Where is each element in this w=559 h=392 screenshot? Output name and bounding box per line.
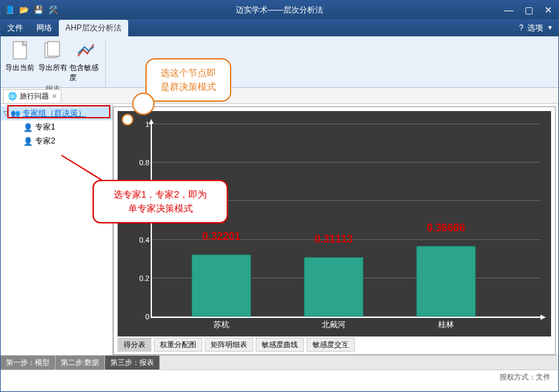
- globe-icon: 🌐: [8, 92, 17, 100]
- tree-panel: ▽ 👥 专家组（群决策） 👤 专家1 👤 专家2: [1, 104, 113, 355]
- close-button[interactable]: ✕: [539, 3, 558, 17]
- menu-network[interactable]: 网络: [30, 20, 59, 36]
- tools-icon[interactable]: 🛠️: [47, 4, 59, 16]
- export-all-button[interactable]: 导出所有: [36, 39, 69, 83]
- chart-pane: 方案得分 0 0.2 0.4 0.6 0.8 1 0.32201 苏杭 0.31…: [113, 106, 556, 355]
- ytick: 0.4: [139, 236, 152, 244]
- svg-rect-2: [48, 42, 59, 56]
- ytick: 0.2: [139, 274, 152, 282]
- person-icon: 👤: [23, 137, 33, 146]
- menubar: 文件 网络 AHP层次分析法 ? 选项 ▼: [1, 19, 558, 36]
- ytick: 1: [145, 120, 152, 128]
- ytick: 0: [145, 313, 152, 321]
- bar-value-label: 0.36686: [427, 222, 465, 234]
- tree-root-node[interactable]: ▽ 👥 专家组（群决策）: [1, 106, 112, 120]
- document-tabstrip: 🌐 旅行问题 ✕: [1, 88, 558, 104]
- menu-options[interactable]: 选项: [527, 22, 543, 34]
- chart-bar: [416, 246, 476, 317]
- step-report[interactable]: 第三步：报表: [105, 356, 160, 370]
- tab-weight[interactable]: 权重分配图: [154, 338, 202, 352]
- x-category-label: 北戴河: [322, 317, 346, 331]
- menu-ahp[interactable]: AHP层次分析法: [59, 20, 128, 36]
- statusbar: 授权方式：文件: [1, 370, 558, 384]
- documents-icon: [42, 40, 63, 61]
- group-icon: 👥: [11, 109, 20, 118]
- x-axis-arrow-icon: [540, 315, 546, 320]
- document-tab[interactable]: 🌐 旅行问题 ✕: [3, 89, 61, 102]
- x-category-label: 苏杭: [213, 317, 229, 331]
- ribbon: 导出当前 导出所有 包含敏感度 报表: [1, 36, 558, 88]
- tree-expert1-label: 专家1: [35, 122, 56, 133]
- ytick: 0.8: [139, 159, 152, 167]
- step-model[interactable]: 第一步：模型: [1, 356, 56, 370]
- window-title: 迈实学术——层次分析法: [236, 5, 323, 16]
- sensitivity-button[interactable]: 包含敏感度: [69, 39, 102, 83]
- help-icon[interactable]: ?: [519, 23, 523, 32]
- x-category-label: 桂林: [438, 317, 454, 331]
- tree-expert2[interactable]: 👤 专家2: [1, 134, 112, 148]
- chart-bar: [304, 257, 363, 317]
- annotation-callout: 选专家1，专家2，即为 单专家决策模式: [93, 180, 228, 223]
- step-bar: 第一步：模型 第二步:数据 第三步：报表: [1, 355, 558, 370]
- close-icon[interactable]: ✕: [52, 93, 57, 100]
- person-icon: 👤: [23, 123, 33, 132]
- document-tab-label: 旅行问题: [20, 91, 49, 101]
- annotation-callout: 选这个节点即 是群决策模式: [145, 58, 231, 102]
- bar-value-label: 0.31113: [315, 233, 353, 245]
- chevron-down-icon[interactable]: ▽: [3, 110, 9, 117]
- chart-tabstrip: 得分表 权重分配图 矩阵明细表 敏感度曲线 敏感度交互: [114, 336, 555, 354]
- tree-expert2-label: 专家2: [35, 136, 56, 147]
- document-icon: [9, 40, 30, 61]
- workarea: ▽ 👥 专家组（群决策） 👤 专家1 👤 专家2 方案得分 0 0.2 0.4 …: [1, 104, 558, 355]
- app-icon: 📘: [3, 4, 15, 16]
- menu-file[interactable]: 文件: [1, 20, 30, 36]
- step-data[interactable]: 第二步:数据: [56, 356, 105, 370]
- export-current-button[interactable]: 导出当前: [3, 39, 36, 83]
- bar-value-label: 0.32201: [202, 231, 241, 243]
- chart-line-icon: [75, 40, 96, 61]
- tab-matrix[interactable]: 矩阵明细表: [205, 338, 253, 352]
- tree-expert1[interactable]: 👤 专家1: [1, 120, 112, 134]
- tab-sens-curve[interactable]: 敏感度曲线: [256, 338, 304, 352]
- status-text: 授权方式：文件: [500, 372, 550, 382]
- titlebar: 📘 📂 💾 🛠️ 迈实学术——层次分析法 ― ▢ ✕: [1, 1, 558, 19]
- tab-sens-interact[interactable]: 敏感度交互: [307, 338, 355, 352]
- dropdown-icon[interactable]: ▼: [547, 24, 553, 31]
- minimize-button[interactable]: ―: [499, 3, 519, 17]
- open-icon[interactable]: 📂: [18, 4, 30, 16]
- chart-area: 方案得分 0 0.2 0.4 0.6 0.8 1 0.32201 苏杭 0.31…: [118, 111, 551, 336]
- maximize-button[interactable]: ▢: [519, 3, 539, 17]
- save-icon[interactable]: 💾: [32, 4, 44, 16]
- chart-bar: [192, 255, 251, 317]
- tab-score[interactable]: 得分表: [118, 338, 151, 352]
- tree-root-label: 专家组（群决策）: [22, 108, 86, 119]
